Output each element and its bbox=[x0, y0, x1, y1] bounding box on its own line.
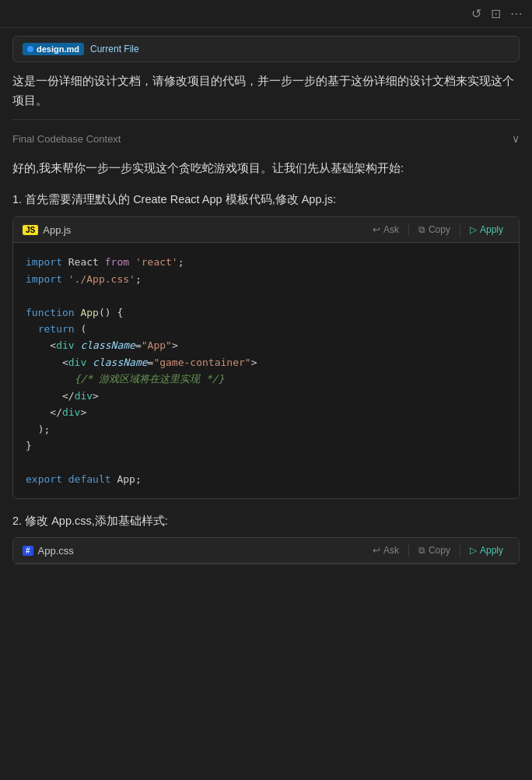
code-block-actions-appjs: ↩ Ask ⧉ Copy ▷ Apply bbox=[366, 222, 509, 237]
top-bar: ↺ ⊡ ⋯ bbox=[0, 0, 532, 28]
codebase-context-section: Final Codebase Context ∨ bbox=[12, 119, 520, 149]
codebase-context-header[interactable]: Final Codebase Context ∨ bbox=[12, 128, 520, 149]
filename-appjs: App.js bbox=[43, 224, 71, 236]
copy-button-appcss[interactable]: ⧉ Copy bbox=[412, 543, 457, 558]
layout-icon[interactable]: ⊡ bbox=[491, 6, 501, 21]
filename-label: design.md bbox=[37, 44, 79, 54]
code-block-actions-appcss: ↩ Ask ⧉ Copy ▷ Apply bbox=[366, 543, 509, 558]
file-badge: design.md bbox=[23, 43, 84, 55]
lang-badge-css: # bbox=[23, 546, 33, 556]
divider-1 bbox=[408, 223, 409, 236]
play-icon-css: ▷ bbox=[470, 545, 477, 556]
codebase-context-label: Final Codebase Context bbox=[12, 133, 121, 145]
copy-icon: ⧉ bbox=[418, 224, 425, 235]
code-block-appjs: JS App.js ↩ Ask ⧉ Copy ▷ Apply import Re… bbox=[12, 216, 520, 499]
copy-icon-css: ⧉ bbox=[418, 545, 425, 556]
ask-button-appjs[interactable]: ↩ Ask bbox=[366, 222, 405, 237]
apply-button-appcss[interactable]: ▷ Apply bbox=[464, 543, 509, 558]
sync-icon[interactable]: ↺ bbox=[471, 6, 481, 21]
code-block-header-appjs: JS App.js ↩ Ask ⧉ Copy ▷ Apply bbox=[13, 217, 519, 243]
step-1-label: 1. 首先需要清理默认的 Create React App 模板代码,修改 Ap… bbox=[12, 190, 520, 209]
chevron-down-icon: ∨ bbox=[512, 132, 520, 145]
user-message: 这是一份详细的设计文档，请修改项目的代码，并一步一步的基于这份详细的设计文档来实… bbox=[12, 72, 520, 110]
code-block-header-appcss: # App.css ↩ Ask ⧉ Copy ▷ Apply bbox=[13, 538, 519, 564]
file-context-box: design.md Current File bbox=[12, 36, 520, 62]
copy-button-appjs[interactable]: ⧉ Copy bbox=[412, 222, 457, 237]
lang-badge-js: JS bbox=[23, 225, 38, 235]
play-icon: ▷ bbox=[470, 224, 477, 235]
code-pre-appjs: import React from 'react'; import './App… bbox=[26, 254, 506, 487]
apply-button-appjs[interactable]: ▷ Apply bbox=[464, 222, 509, 237]
divider-2 bbox=[460, 223, 460, 236]
step-2-label: 2. 修改 App.css,添加基础样式: bbox=[12, 511, 520, 531]
divider-3 bbox=[408, 544, 409, 557]
filename-appcss: App.css bbox=[38, 545, 74, 557]
reply-icon-css: ↩ bbox=[373, 545, 380, 556]
reply-icon: ↩ bbox=[373, 224, 380, 235]
code-block-appcss: # App.css ↩ Ask ⧉ Copy ▷ Apply bbox=[12, 537, 520, 564]
code-content-appjs: import React from 'react'; import './App… bbox=[13, 243, 519, 498]
code-block-filename-appcss: # App.css bbox=[23, 545, 74, 557]
current-file-label: Current File bbox=[90, 44, 139, 54]
divider-4 bbox=[460, 544, 460, 557]
assistant-response: 好的,我来帮你一步一步实现这个贪吃蛇游戏项目。让我们先从基础架构开始: bbox=[12, 159, 520, 178]
top-bar-icons: ↺ ⊡ ⋯ bbox=[471, 6, 523, 21]
code-block-filename-appjs: JS App.js bbox=[23, 224, 71, 236]
ask-button-appcss[interactable]: ↩ Ask bbox=[366, 543, 405, 558]
file-dot-icon bbox=[27, 46, 33, 52]
more-icon[interactable]: ⋯ bbox=[510, 6, 523, 21]
